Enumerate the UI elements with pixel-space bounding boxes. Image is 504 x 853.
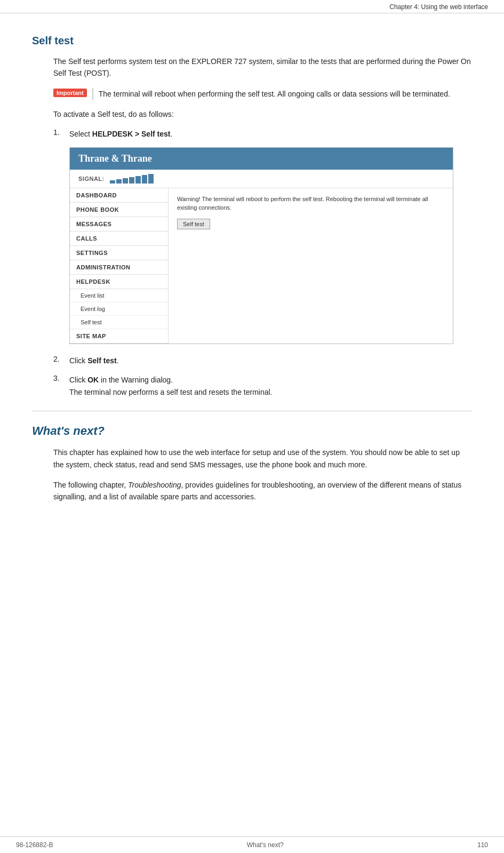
- signal-bar-1: [110, 180, 115, 184]
- tt-signal-bars: [110, 174, 154, 184]
- step-1-content: Select HELPDESK > Self test.: [69, 128, 472, 140]
- signal-bar-3: [123, 178, 128, 184]
- tt-signal-label: SIGNAL:: [78, 176, 105, 182]
- whats-next-para2: The following chapter, Troubleshooting, …: [53, 479, 472, 503]
- main-content: Self test The Self test performs system …: [0, 13, 504, 544]
- step-3-number: 3.: [53, 374, 69, 398]
- step-1-number: 1.: [53, 128, 69, 140]
- instruction-text: To activate a Self test, do as follows:: [53, 108, 472, 120]
- step-3-text-bold: OK: [87, 376, 99, 384]
- nav-site-map[interactable]: SITE MAP: [70, 329, 168, 344]
- nav-messages[interactable]: MESSAGES: [70, 217, 168, 232]
- step-1: 1. Select HELPDESK > Self test.: [53, 128, 472, 140]
- tt-brand: Thrane & Thrane: [70, 148, 453, 170]
- section-divider: [32, 411, 472, 411]
- important-text: The terminal will reboot when performing…: [92, 88, 450, 100]
- nav-settings[interactable]: SETTINGS: [70, 246, 168, 260]
- step-3-content: Click OK in the Warning dialog. The term…: [69, 374, 472, 398]
- nav-administration[interactable]: ADMINISTRATION: [70, 260, 168, 275]
- step-1-text-suffix: .: [170, 130, 172, 138]
- signal-bar-4: [129, 177, 134, 184]
- footer-right: 110: [477, 841, 488, 849]
- self-test-heading: Self test: [32, 35, 472, 47]
- step-2: 2. Click Self test.: [53, 355, 472, 366]
- footer-left: 98-126882-B: [16, 841, 53, 849]
- tt-main-area: Warning! The terminal will reboot to per…: [169, 188, 453, 344]
- signal-bar-5: [135, 176, 141, 184]
- step-3-text-prefix: Click: [69, 376, 87, 384]
- web-ui-screenshot: Thrane & Thrane SIGNAL: DASHBOARD PHONE …: [69, 147, 453, 344]
- step-3: 3. Click OK in the Warning dialog. The t…: [53, 374, 472, 398]
- page-footer: 98-126882-B What's next? 110: [0, 836, 504, 853]
- tt-sidebar: DASHBOARD PHONE BOOK MESSAGES CALLS SETT…: [70, 188, 169, 344]
- step-1-text-prefix: Select: [69, 130, 92, 138]
- step-2-text-bold: Self test: [87, 356, 116, 365]
- tt-signal-bar: SIGNAL:: [70, 170, 453, 188]
- step-3-text-suffix: in the Warning dialog.: [99, 376, 173, 384]
- nav-calls[interactable]: CALLS: [70, 232, 168, 246]
- signal-bar-7: [148, 174, 154, 184]
- nav-helpdesk[interactable]: HELPDESK: [70, 275, 168, 289]
- important-badge: Important: [53, 89, 87, 97]
- nav-event-list[interactable]: Event list: [70, 289, 168, 302]
- chapter-header: Chapter 4: Using the web interface: [0, 0, 504, 13]
- chapter-title: Chapter 4: Using the web interface: [389, 3, 488, 11]
- whats-next-para1: This chapter has explained how to use th…: [53, 447, 472, 471]
- self-test-button[interactable]: Self test: [177, 219, 210, 229]
- step-2-text-prefix: Click: [69, 356, 87, 365]
- step-1-text-bold: HELPDESK > Self test: [92, 130, 171, 138]
- step-2-text-suffix: .: [117, 356, 119, 365]
- step-2-content: Click Self test.: [69, 355, 472, 366]
- nav-self-test[interactable]: Self test: [70, 316, 168, 329]
- signal-bar-6: [142, 175, 147, 184]
- footer-center: What's next?: [247, 841, 284, 849]
- nav-phone-book[interactable]: PHONE BOOK: [70, 203, 168, 217]
- italic-troubleshooting: Troubleshooting: [128, 481, 181, 489]
- step-3-line1: Click OK in the Warning dialog.: [69, 374, 472, 386]
- important-box: Important The terminal will reboot when …: [53, 88, 472, 100]
- step-2-number: 2.: [53, 355, 69, 366]
- tt-warning-text: Warning! The terminal will reboot to per…: [177, 195, 444, 212]
- nav-event-log[interactable]: Event log: [70, 302, 168, 316]
- intro-text: The Self test performs system test on th…: [53, 55, 472, 79]
- nav-dashboard[interactable]: DASHBOARD: [70, 188, 168, 203]
- whats-next-heading: What's next?: [32, 424, 472, 438]
- tt-body: DASHBOARD PHONE BOOK MESSAGES CALLS SETT…: [70, 188, 453, 344]
- step-3-line2: The terminal now performs a self test an…: [69, 386, 472, 398]
- signal-bar-2: [116, 179, 122, 184]
